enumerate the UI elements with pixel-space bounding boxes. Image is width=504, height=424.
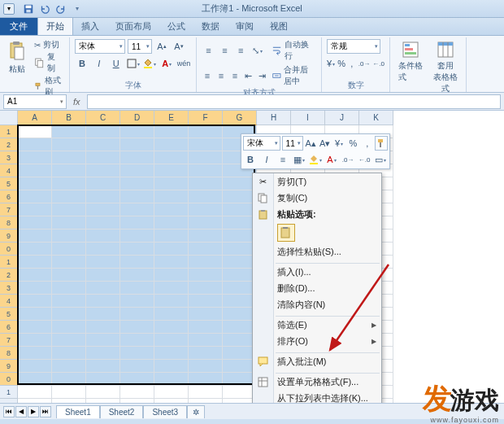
mini-comma-icon[interactable]: , bbox=[361, 136, 373, 151]
mini-font-combo[interactable]: 宋体 bbox=[243, 136, 280, 151]
cell[interactable] bbox=[18, 256, 52, 269]
row-header[interactable]: 7 bbox=[0, 334, 18, 347]
cm-copy[interactable]: 复制(C) bbox=[253, 190, 381, 206]
cell[interactable] bbox=[154, 334, 189, 347]
tab-insert[interactable]: 插入 bbox=[73, 17, 107, 35]
align-top-icon[interactable]: ≡ bbox=[202, 43, 215, 58]
grow-font-icon[interactable]: A▴ bbox=[154, 39, 169, 54]
cell[interactable] bbox=[154, 360, 189, 373]
undo-icon[interactable] bbox=[37, 2, 52, 15]
cell[interactable] bbox=[120, 321, 154, 334]
tab-file[interactable]: 文件 bbox=[0, 17, 37, 35]
row-header[interactable]: 0 bbox=[0, 243, 18, 256]
cell[interactable] bbox=[86, 138, 120, 151]
save-icon[interactable] bbox=[21, 2, 36, 15]
cell[interactable] bbox=[52, 347, 86, 360]
row-header[interactable]: 9 bbox=[0, 360, 18, 373]
cell[interactable] bbox=[120, 295, 154, 308]
align-right-icon[interactable]: ≡ bbox=[229, 68, 241, 83]
cell[interactable] bbox=[18, 138, 52, 151]
cell[interactable] bbox=[189, 347, 223, 360]
mini-italic-button[interactable]: I bbox=[259, 152, 274, 167]
font-name-combo[interactable]: 宋体 bbox=[75, 39, 125, 54]
col-header-A[interactable]: A bbox=[18, 111, 52, 125]
cell[interactable] bbox=[86, 216, 120, 229]
row-header[interactable]: 2 bbox=[0, 138, 18, 151]
cell[interactable] bbox=[120, 373, 154, 386]
row-header[interactable]: 9 bbox=[0, 229, 18, 243]
mini-inc-dec-icon[interactable]: .0→ bbox=[341, 152, 355, 167]
cell[interactable] bbox=[18, 190, 52, 203]
cell[interactable] bbox=[18, 269, 52, 282]
cell[interactable] bbox=[154, 373, 189, 386]
cell[interactable] bbox=[86, 243, 120, 256]
cell[interactable] bbox=[189, 360, 223, 373]
cell[interactable] bbox=[189, 308, 223, 321]
row-header[interactable]: 1 bbox=[0, 256, 18, 269]
cm-format-cells[interactable]: 设置单元格格式(F)... bbox=[253, 374, 381, 390]
cell[interactable] bbox=[189, 321, 223, 334]
cell[interactable] bbox=[120, 151, 154, 164]
cell[interactable] bbox=[189, 386, 223, 399]
cell[interactable] bbox=[189, 125, 223, 138]
row-header[interactable]: 6 bbox=[0, 190, 18, 203]
cell[interactable] bbox=[189, 177, 223, 190]
cm-cut[interactable]: ✂ 剪切(T) bbox=[253, 173, 381, 190]
sheet-nav-next[interactable]: ▶ bbox=[28, 406, 39, 417]
cell[interactable] bbox=[154, 138, 189, 151]
cell[interactable] bbox=[52, 334, 86, 347]
cell[interactable] bbox=[120, 190, 154, 203]
border-button[interactable] bbox=[126, 56, 141, 71]
cm-sort[interactable]: 排序(O) ▶ bbox=[253, 333, 381, 349]
sheet-nav-first[interactable]: ⏮ bbox=[3, 406, 15, 417]
align-bottom-icon[interactable]: ≡ bbox=[234, 43, 248, 58]
cell[interactable] bbox=[86, 386, 120, 399]
cell[interactable] bbox=[154, 151, 189, 164]
cell[interactable] bbox=[86, 373, 120, 386]
cell[interactable] bbox=[18, 203, 52, 216]
cell[interactable] bbox=[189, 269, 223, 282]
font-size-combo[interactable]: 11 bbox=[128, 39, 152, 54]
cm-clear[interactable]: 清除内容(N) bbox=[253, 296, 381, 313]
row-header[interactable]: 1 bbox=[0, 125, 18, 138]
tab-home[interactable]: 开始 bbox=[37, 17, 73, 35]
cell[interactable] bbox=[154, 347, 189, 360]
mini-dec-dec-icon[interactable]: ←.0 bbox=[357, 152, 371, 167]
col-header-D[interactable]: D bbox=[120, 111, 154, 125]
cell[interactable] bbox=[154, 295, 189, 308]
cell[interactable] bbox=[189, 151, 223, 164]
sheet-tab-2[interactable]: Sheet2 bbox=[100, 405, 144, 418]
cell[interactable] bbox=[120, 125, 154, 138]
cell[interactable] bbox=[120, 229, 154, 243]
cell[interactable] bbox=[189, 164, 223, 177]
cell[interactable] bbox=[154, 308, 189, 321]
cell[interactable] bbox=[154, 190, 189, 203]
col-header-G[interactable]: G bbox=[223, 111, 257, 125]
cell[interactable] bbox=[52, 360, 86, 373]
cell[interactable] bbox=[86, 321, 120, 334]
cell[interactable] bbox=[86, 295, 120, 308]
cm-paste-special[interactable]: 选择性粘贴(S)... bbox=[253, 243, 381, 260]
cond-format-button[interactable]: 条件格式 bbox=[395, 39, 427, 85]
cell[interactable] bbox=[18, 125, 52, 138]
row-header[interactable]: 5 bbox=[0, 308, 18, 321]
cell[interactable] bbox=[18, 164, 52, 177]
cell[interactable] bbox=[52, 282, 86, 295]
cm-filter[interactable]: 筛选(E) ▶ bbox=[253, 317, 381, 333]
paste-option-icon[interactable] bbox=[277, 224, 295, 242]
cell[interactable] bbox=[86, 334, 120, 347]
orientation-icon[interactable]: ⤡ bbox=[250, 43, 264, 58]
cell[interactable] bbox=[154, 177, 189, 190]
comma-icon[interactable]: , bbox=[348, 56, 356, 71]
cell[interactable] bbox=[52, 373, 86, 386]
cell[interactable] bbox=[52, 177, 86, 190]
cell[interactable] bbox=[18, 151, 52, 164]
cell[interactable] bbox=[120, 308, 154, 321]
mini-grow-font-icon[interactable]: A▴ bbox=[305, 136, 317, 151]
cell[interactable] bbox=[120, 269, 154, 282]
paste-button[interactable]: 粘贴 bbox=[5, 39, 29, 76]
fx-icon[interactable]: fx bbox=[70, 97, 84, 107]
mini-percent-icon[interactable]: % bbox=[347, 136, 359, 151]
inc-decimal-icon[interactable]: .0→ bbox=[358, 56, 371, 71]
cell[interactable] bbox=[154, 203, 189, 216]
